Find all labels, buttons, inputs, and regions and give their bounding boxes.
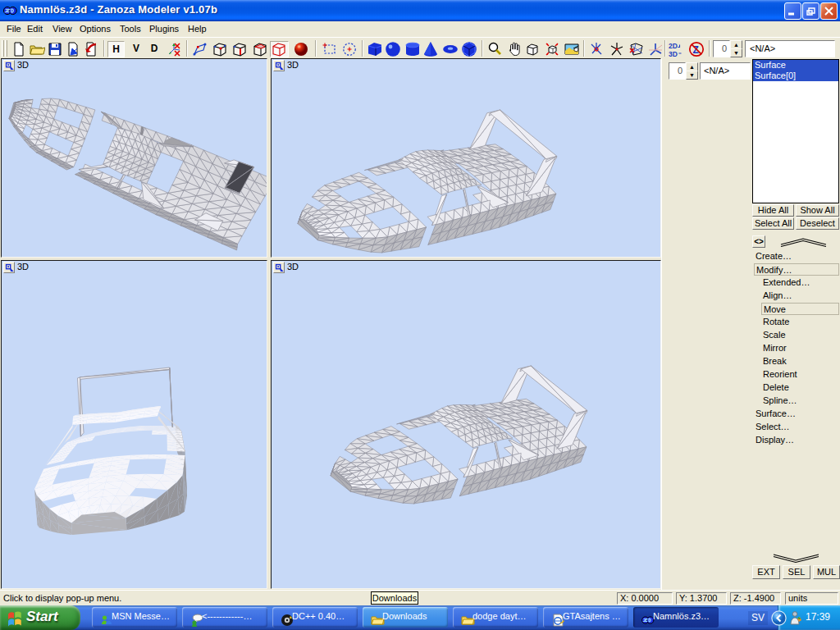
svg-text:3D: 3D [669, 50, 678, 58]
svg-text:2D: 2D [669, 42, 678, 50]
